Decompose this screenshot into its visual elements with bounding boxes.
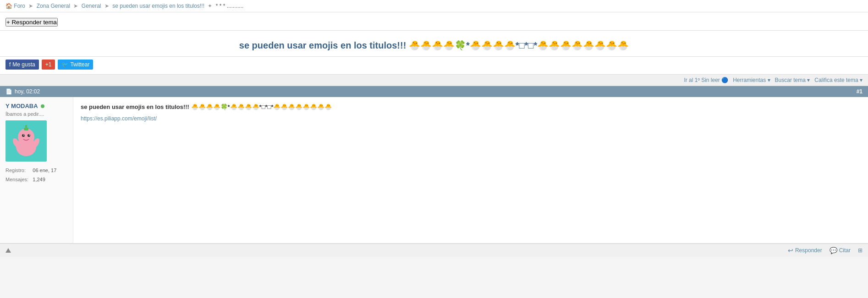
breadcrumb-zona-general[interactable]: Zona General — [37, 3, 70, 9]
breadcrumb-thread[interactable]: se pueden usar emojis en los titulos!!! — [112, 3, 204, 9]
post-date-icon: 📄 — [5, 88, 12, 95]
breadcrumb-sep-2: ➤ — [73, 3, 79, 9]
footer-left — [5, 248, 11, 253]
online-indicator — [41, 104, 44, 108]
home-icon: 🏠 — [5, 3, 12, 9]
facebook-like-button[interactable]: f Me gusta — [5, 60, 39, 70]
svg-point-10 — [29, 135, 30, 135]
messages-label: Mensajes: — [5, 177, 28, 182]
breadcrumb-sep-4: ✦ — [208, 3, 214, 9]
breadcrumb-general[interactable]: General — [82, 3, 101, 9]
post-footer: ↩ Responder 💬 Citar ⊞ — [0, 244, 868, 257]
svg-point-9 — [23, 135, 24, 135]
post-body-title: se pueden usar emojis en los titulos!!! … — [81, 103, 861, 110]
reply-label: Responder — [795, 247, 822, 254]
avatar-container — [5, 120, 47, 162]
user-stats: Registro: 06 ene, 17 Mensajes: 1,249 — [5, 166, 67, 184]
twitter-icon: 🐦 — [61, 61, 68, 68]
reply-button-footer[interactable]: ↩ Responder — [788, 247, 822, 254]
facebook-icon: f — [9, 61, 11, 68]
tools-dropdown[interactable]: Herramientas — [733, 77, 770, 83]
footer-right: ↩ Responder 💬 Citar ⊞ — [788, 247, 863, 254]
avatar-svg — [5, 120, 47, 162]
reply-topic-button[interactable]: + Responder tema — [5, 18, 58, 27]
user-title: Íbamos a pedir.... — [5, 111, 67, 117]
svg-point-3 — [22, 134, 25, 137]
post-area: Y MODABA Íbamos a pedir.... — [0, 97, 868, 244]
messages-value: 1,249 — [33, 177, 45, 182]
goto-first-unread-link[interactable]: Ir al 1º Sin leer 🔵 — [684, 77, 728, 83]
breadcrumb-sep-1: ➤ — [28, 3, 34, 9]
cite-button[interactable]: 💬 Citar — [830, 247, 851, 254]
svg-point-4 — [27, 134, 30, 137]
breadcrumb-sep-3: ➤ — [104, 3, 110, 9]
user-sidebar: Y MODABA Íbamos a pedir.... — [0, 97, 73, 243]
thread-title-area: se pueden usar emojis en los titulos!!! … — [0, 31, 868, 57]
username-text: Y MODABA — [5, 103, 38, 109]
facebook-label: Me gusta — [12, 61, 35, 68]
cite-label: Citar — [839, 247, 851, 254]
breadcrumb: 🏠 Foro ➤ Zona General ➤ General ➤ se pue… — [0, 0, 868, 12]
post-date: 📄 hoy, 02:02 — [5, 88, 40, 95]
info-icon: 🔵 — [721, 77, 728, 83]
rate-topic-dropdown[interactable]: Califica este tema — [814, 77, 863, 83]
breadcrumb-dots: * * * ........... — [216, 3, 244, 9]
multipost-button[interactable]: ⊞ — [858, 247, 863, 254]
post-link[interactable]: https://es.piliapp.com/emoji/list/ — [81, 115, 157, 122]
scroll-top-button[interactable] — [5, 248, 11, 253]
search-topic-dropdown[interactable]: Buscar tema — [775, 77, 810, 83]
reply-icon: ↩ — [788, 247, 793, 254]
post-date-text: hoy, 02:02 — [15, 88, 40, 95]
cite-icon: 💬 — [830, 247, 837, 254]
social-buttons: f Me gusta +1 🐦 Twittear — [0, 57, 868, 75]
thread-nav-bar: Ir al 1º Sin leer 🔵 Herramientas Buscar … — [0, 75, 868, 86]
top-action-area: + Responder tema — [0, 12, 868, 31]
username: Y MODABA — [5, 103, 67, 109]
multipost-icon: ⊞ — [858, 247, 863, 254]
post-number: #1 — [857, 88, 863, 95]
thread-title: se pueden usar emojis en los titulos!!! … — [5, 40, 863, 51]
svg-point-2 — [18, 129, 34, 145]
google-plus-button[interactable]: +1 — [42, 60, 55, 70]
register-label: Registro: — [5, 168, 26, 173]
breadcrumb-foro[interactable]: Foro — [14, 3, 25, 9]
twitter-label: Twittear — [70, 61, 89, 68]
twitter-button[interactable]: 🐦 Twittear — [58, 60, 93, 70]
avatar — [5, 120, 47, 162]
register-value: 06 ene, 17 — [33, 168, 56, 173]
post-content: se pueden usar emojis en los titulos!!! … — [73, 97, 868, 243]
goto-first-unread-label: Ir al 1º Sin leer — [684, 77, 720, 83]
svg-rect-8 — [25, 125, 27, 129]
post-header: 📄 hoy, 02:02 #1 — [0, 86, 868, 97]
